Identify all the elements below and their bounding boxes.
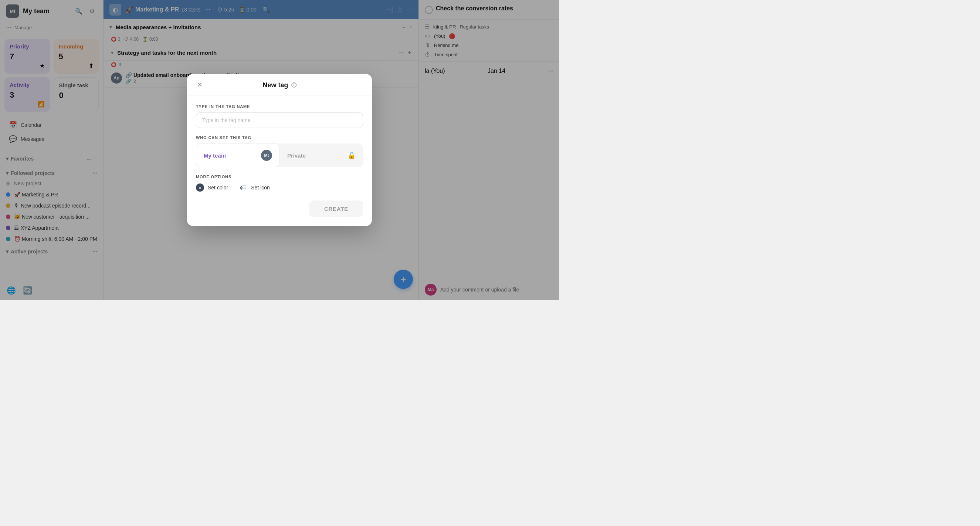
set-color-label: Set color: [208, 185, 228, 191]
modal-title: New tag ⓘ: [262, 81, 296, 89]
private-label: Private: [287, 152, 306, 159]
more-options-section: MORE OPTIONS ● Set color 🏷 Set icon: [196, 175, 363, 191]
set-icon-label: Set icon: [251, 185, 270, 191]
my-team-label: My team: [204, 152, 226, 159]
modal-close-button[interactable]: ✕: [194, 80, 205, 90]
modal-overlay[interactable]: ✕ New tag ⓘ TYPE IN THE TAG NAME WHO CAN…: [0, 0, 559, 300]
new-tag-modal: ✕ New tag ⓘ TYPE IN THE TAG NAME WHO CAN…: [187, 74, 372, 226]
modal-body: TYPE IN THE TAG NAME WHO CAN SEE THIS TA…: [187, 96, 372, 201]
visibility-options: My team Mt Private 🔒: [196, 143, 363, 167]
more-options-label: MORE OPTIONS: [196, 175, 363, 179]
modal-info-icon: ⓘ: [291, 82, 296, 89]
lock-icon: 🔒: [347, 151, 356, 159]
tag-shape-icon: 🏷: [239, 183, 247, 191]
private-option[interactable]: Private 🔒: [280, 143, 363, 167]
modal-title-text: New tag: [262, 81, 288, 89]
create-button[interactable]: CREATE: [309, 201, 363, 217]
modal-header: ✕ New tag ⓘ: [187, 74, 372, 96]
my-team-avatar: Mt: [261, 150, 272, 161]
set-color-item[interactable]: ● Set color: [196, 183, 228, 191]
visibility-section: WHO CAN SEE THIS TAG My team Mt Private …: [196, 135, 363, 167]
my-team-option[interactable]: My team Mt: [196, 143, 280, 167]
tag-name-label: TYPE IN THE TAG NAME: [196, 104, 363, 109]
visibility-label: WHO CAN SEE THIS TAG: [196, 135, 363, 140]
color-dot-icon: ●: [196, 183, 204, 191]
more-options-row: ● Set color 🏷 Set icon: [196, 183, 363, 191]
modal-footer: CREATE: [187, 201, 372, 226]
tag-name-input[interactable]: [196, 112, 363, 128]
set-icon-item[interactable]: 🏷 Set icon: [239, 183, 270, 191]
